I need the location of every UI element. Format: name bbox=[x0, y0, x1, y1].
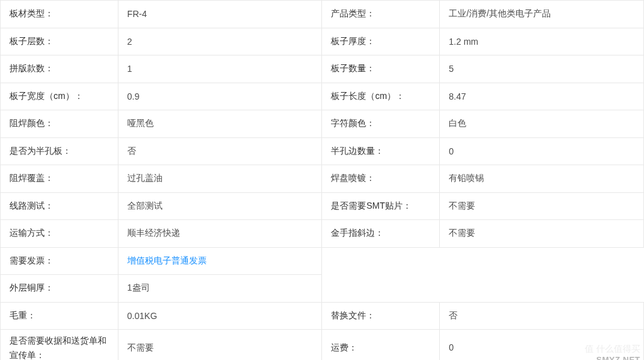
spec-value: 全部测试 bbox=[118, 192, 322, 220]
spec-label: 线路测试： bbox=[1, 192, 118, 220]
spec-label: 是否为半孔板： bbox=[1, 137, 118, 165]
spec-value: 0.01KG bbox=[118, 302, 322, 330]
spec-label: 板子长度（cm）： bbox=[322, 83, 440, 110]
spec-label: 阻焊颜色： bbox=[1, 110, 118, 138]
invoice-link[interactable]: 增值税电子普通发票 bbox=[127, 255, 207, 265]
table-row: 运输方式：顺丰经济快递金手指斜边：不需要 bbox=[1, 220, 644, 248]
spec-label: 需要发票： bbox=[1, 247, 118, 275]
spec-label: 板子宽度（cm）： bbox=[1, 83, 118, 110]
spec-value: 否 bbox=[118, 137, 322, 165]
table-row: 毛重：0.01KG替换文件：否 bbox=[1, 302, 644, 330]
spec-value: 否 bbox=[440, 302, 644, 330]
spec-value: 2 bbox=[118, 28, 322, 55]
spec-label: 运输方式： bbox=[1, 220, 118, 248]
empty-cell bbox=[322, 275, 440, 303]
table-row: 是否需要收据和送货单和宣传单：不需要运费：0 bbox=[1, 330, 644, 361]
spec-tbody: 板材类型：FR-4产品类型：工业/消费/其他类电子产品板子层数：2板子厚度：1.… bbox=[1, 1, 644, 361]
spec-label: 板材类型： bbox=[1, 1, 118, 28]
spec-value: 1盎司 bbox=[118, 275, 322, 303]
spec-label: 半孔边数量： bbox=[322, 137, 440, 165]
table-row: 需要发票：增值税电子普通发票 bbox=[1, 247, 644, 275]
table-row: 是否为半孔板：否半孔边数量：0 bbox=[1, 137, 644, 165]
spec-value: 过孔盖油 bbox=[118, 165, 322, 193]
spec-value: 工业/消费/其他类电子产品 bbox=[440, 1, 644, 28]
spec-value: 白色 bbox=[440, 110, 644, 138]
spec-value: 1 bbox=[118, 55, 322, 83]
spec-table: 板材类型：FR-4产品类型：工业/消费/其他类电子产品板子层数：2板子厚度：1.… bbox=[0, 0, 644, 360]
spec-label: 字符颜色： bbox=[322, 110, 440, 138]
spec-label: 运费： bbox=[322, 330, 440, 361]
table-row: 板子宽度（cm）：0.9板子长度（cm）：8.47 bbox=[1, 83, 644, 110]
spec-label: 阻焊覆盖： bbox=[1, 165, 118, 193]
spec-label: 毛重： bbox=[1, 302, 118, 330]
spec-value: 0.9 bbox=[118, 83, 322, 110]
spec-value: 1.2 mm bbox=[440, 28, 644, 55]
spec-label: 板子层数： bbox=[1, 28, 118, 55]
spec-value: 顺丰经济快递 bbox=[118, 220, 322, 248]
table-row: 阻焊颜色：哑黑色字符颜色：白色 bbox=[1, 110, 644, 138]
spec-value: FR-4 bbox=[118, 1, 322, 28]
spec-value: 5 bbox=[440, 55, 644, 83]
table-row: 板材类型：FR-4产品类型：工业/消费/其他类电子产品 bbox=[1, 1, 644, 28]
spec-label: 板子厚度： bbox=[322, 28, 440, 55]
table-row: 线路测试：全部测试是否需要SMT贴片：不需要 bbox=[1, 192, 644, 220]
spec-value: 8.47 bbox=[440, 83, 644, 110]
spec-value[interactable]: 增值税电子普通发票 bbox=[118, 247, 322, 275]
spec-label: 拼版款数： bbox=[1, 55, 118, 83]
spec-label: 焊盘喷镀： bbox=[322, 165, 440, 193]
spec-label: 产品类型： bbox=[322, 1, 440, 28]
empty-cell bbox=[322, 247, 440, 275]
table-row: 阻焊覆盖：过孔盖油焊盘喷镀：有铅喷锡 bbox=[1, 165, 644, 193]
spec-label: 金手指斜边： bbox=[322, 220, 440, 248]
spec-label: 是否需要SMT贴片： bbox=[322, 192, 440, 220]
spec-label: 是否需要收据和送货单和宣传单： bbox=[1, 330, 118, 361]
spec-value: 不需要 bbox=[440, 192, 644, 220]
table-row: 外层铜厚：1盎司 bbox=[1, 275, 644, 303]
spec-value: 不需要 bbox=[118, 330, 322, 361]
spec-label: 外层铜厚： bbox=[1, 275, 118, 303]
table-row: 板子层数：2板子厚度：1.2 mm bbox=[1, 28, 644, 55]
spec-label: 替换文件： bbox=[322, 302, 440, 330]
table-row: 拼版款数：1板子数量：5 bbox=[1, 55, 644, 83]
spec-value: 不需要 bbox=[440, 220, 644, 248]
empty-cell bbox=[440, 247, 644, 275]
spec-label: 板子数量： bbox=[322, 55, 440, 83]
empty-cell bbox=[440, 275, 644, 303]
spec-value: 有铅喷锡 bbox=[440, 165, 644, 193]
spec-value: 哑黑色 bbox=[118, 110, 322, 138]
spec-value: 0 bbox=[440, 137, 644, 165]
watermark-text: SMYZ.NET bbox=[596, 355, 640, 360]
